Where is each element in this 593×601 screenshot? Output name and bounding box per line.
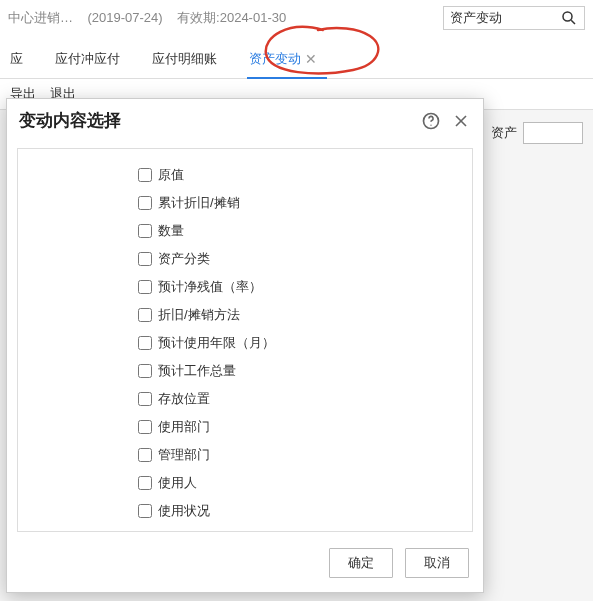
check-item[interactable]: 使用状况 (138, 497, 468, 525)
tab-bar: 应 应付冲应付 应付明细账 资产变动 ✕ (0, 36, 593, 79)
check-label: 折旧/摊销方法 (158, 306, 240, 324)
check-box[interactable] (138, 308, 152, 322)
tab-label: 应付明细账 (152, 50, 217, 68)
check-item[interactable]: 使用部门 (138, 413, 468, 441)
check-item[interactable]: 折旧/摊销方法 (138, 301, 468, 329)
tab-payable-detail[interactable]: 应付明细账 (150, 46, 219, 78)
svg-line-1 (571, 20, 575, 24)
modal-body[interactable]: 原值累计折旧/摊销数量资产分类预计净残值（率）折旧/摊销方法预计使用年限（月）预… (17, 148, 473, 532)
asset-label: 资产 (491, 124, 517, 142)
check-box[interactable] (138, 168, 152, 182)
check-item[interactable]: 资产分类 (138, 245, 468, 273)
check-box[interactable] (138, 392, 152, 406)
check-item[interactable]: 原值 (138, 161, 468, 189)
svg-point-3 (430, 124, 431, 125)
check-label: 预计工作总量 (158, 362, 236, 380)
check-label: 资产分类 (158, 250, 210, 268)
check-box[interactable] (138, 196, 152, 210)
check-list: 原值累计折旧/摊销数量资产分类预计净残值（率）折旧/摊销方法预计使用年限（月）预… (18, 149, 468, 532)
asset-input[interactable] (523, 122, 583, 144)
check-label: 数量 (158, 222, 184, 240)
change-content-modal: 变动内容选择 原值累计折旧/摊销数量资产分类预计净残值（率）折旧/摊销方法预计使… (6, 98, 484, 593)
tab-label: 资产变动 (249, 50, 301, 68)
ok-button[interactable]: 确定 (329, 548, 393, 578)
search-box[interactable] (443, 6, 585, 30)
check-label: 预计净残值（率） (158, 278, 262, 296)
check-item[interactable]: 存放位置 (138, 385, 468, 413)
check-box[interactable] (138, 252, 152, 266)
check-label: 管理部门 (158, 446, 210, 464)
check-box[interactable] (138, 280, 152, 294)
tab-0[interactable]: 应 (8, 46, 25, 78)
check-item[interactable]: 预计净残值（率） (138, 273, 468, 301)
check-box[interactable] (138, 448, 152, 462)
check-item[interactable]: 累计折旧/摊销 (138, 189, 468, 217)
expiry-label: 有效期: (177, 10, 220, 25)
cancel-button[interactable]: 取消 (405, 548, 469, 578)
header-date: (2019-07-24) (87, 10, 162, 25)
check-label: 预计使用年限（月） (158, 334, 275, 352)
window-header: 中心进销… (2019-07-24) 有效期:2024-01-30 (0, 0, 593, 36)
tab-close-icon[interactable]: ✕ (305, 51, 317, 67)
check-label: 进项税额 (158, 530, 210, 532)
svg-point-0 (563, 12, 572, 21)
check-box[interactable] (138, 364, 152, 378)
close-icon[interactable] (451, 111, 471, 131)
org-name: 中心进销… (8, 10, 73, 25)
check-box[interactable] (138, 224, 152, 238)
check-item[interactable]: 预计工作总量 (138, 357, 468, 385)
check-item[interactable]: 进项税额 (138, 525, 468, 532)
check-label: 原值 (158, 166, 184, 184)
check-label: 使用部门 (158, 418, 210, 436)
tab-label: 应 (10, 50, 23, 68)
tab-label: 应付冲应付 (55, 50, 120, 68)
check-box[interactable] (138, 504, 152, 518)
header-meta: 中心进销… (2019-07-24) 有效期:2024-01-30 (8, 9, 431, 27)
check-label: 累计折旧/摊销 (158, 194, 240, 212)
check-box[interactable] (138, 336, 152, 350)
search-input[interactable] (450, 11, 560, 26)
check-label: 使用状况 (158, 502, 210, 520)
check-item[interactable]: 数量 (138, 217, 468, 245)
modal-title: 变动内容选择 (19, 109, 411, 132)
tab-asset-change[interactable]: 资产变动 ✕ (247, 46, 319, 78)
check-label: 使用人 (158, 474, 197, 492)
expiry-date: 2024-01-30 (220, 10, 287, 25)
help-icon[interactable] (421, 111, 441, 131)
check-box[interactable] (138, 476, 152, 490)
search-icon[interactable] (560, 9, 578, 27)
check-item[interactable]: 使用人 (138, 469, 468, 497)
modal-header: 变动内容选择 (7, 99, 483, 142)
modal-footer: 确定 取消 (7, 538, 483, 592)
check-item[interactable]: 管理部门 (138, 441, 468, 469)
check-label: 存放位置 (158, 390, 210, 408)
check-box[interactable] (138, 420, 152, 434)
check-item[interactable]: 预计使用年限（月） (138, 329, 468, 357)
tab-payable-offset[interactable]: 应付冲应付 (53, 46, 122, 78)
